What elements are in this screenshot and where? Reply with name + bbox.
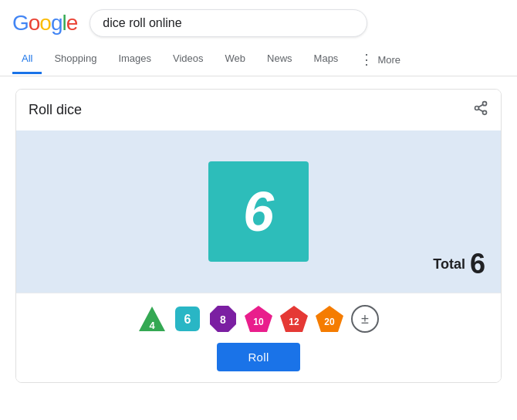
share-icon[interactable] (473, 100, 488, 120)
dice-type-custom[interactable]: ± (350, 304, 380, 334)
more-dots-icon: ⋮ (360, 51, 374, 68)
total-display: Total 6 (433, 248, 485, 280)
more-label: More (377, 54, 400, 66)
dice-type-d4[interactable]: 4 (137, 304, 167, 334)
roll-button[interactable]: Roll (217, 343, 299, 371)
nav-item-maps[interactable]: Maps (305, 45, 348, 74)
logo-e: e (66, 11, 78, 35)
nav-item-news[interactable]: News (258, 45, 302, 74)
svg-text:6: 6 (184, 313, 191, 326)
total-label: Total (433, 256, 465, 273)
nav-item-videos[interactable]: Videos (164, 45, 213, 74)
main-content: Roll dice 6 Total 6 (0, 76, 517, 395)
svg-text:20: 20 (324, 317, 335, 327)
svg-text:8: 8 (220, 313, 226, 326)
nav-item-all[interactable]: All (12, 45, 42, 74)
svg-line-4 (478, 104, 483, 107)
dice-type-d12[interactable]: 12 (279, 304, 309, 334)
logo-o1: o (29, 11, 40, 35)
nav-more[interactable]: ⋮ More (350, 43, 410, 76)
card-header: Roll dice (16, 90, 501, 130)
nav-item-web[interactable]: Web (216, 45, 255, 74)
nav-item-images[interactable]: Images (109, 45, 161, 74)
logo-o2: o (39, 11, 51, 35)
search-bar[interactable]: dice roll online (90, 9, 367, 37)
search-text: dice roll online (103, 16, 181, 30)
svg-text:±: ± (361, 311, 369, 327)
dice-area: 6 Total 6 (16, 130, 501, 293)
google-logo: Google (12, 11, 77, 36)
dice-current-value: 6 (243, 180, 274, 243)
svg-text:12: 12 (289, 317, 299, 327)
dice-type-selector: 4 6 (137, 304, 380, 334)
dice-display: 6 (208, 161, 309, 262)
dice-type-d6[interactable]: 6 (173, 304, 202, 334)
svg-text:10: 10 (253, 317, 264, 327)
dice-type-d8[interactable]: 8 (208, 304, 238, 334)
logo-g1: G (12, 11, 29, 35)
total-value: 6 (470, 248, 485, 280)
logo-g2: g (51, 11, 63, 35)
svg-line-3 (478, 109, 483, 111)
controls-area: 4 6 (16, 293, 501, 382)
dice-type-d10[interactable]: 10 (244, 304, 273, 334)
dice-type-d20[interactable]: 20 (315, 304, 344, 334)
card-title: Roll dice (29, 102, 82, 118)
header: Google dice roll online (0, 0, 517, 43)
svg-text:4: 4 (149, 320, 155, 331)
navigation: All Shopping Images Videos Web News Maps… (0, 43, 517, 76)
nav-item-shopping[interactable]: Shopping (45, 45, 106, 74)
roll-dice-card: Roll dice 6 Total 6 (15, 89, 502, 383)
